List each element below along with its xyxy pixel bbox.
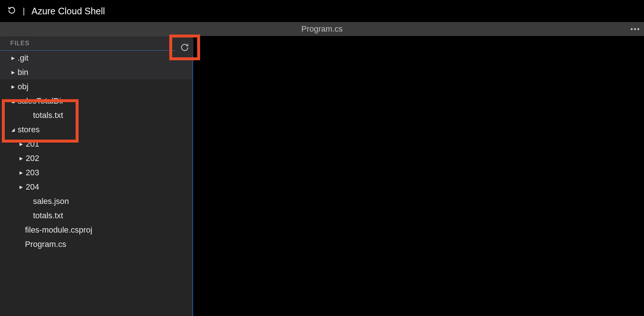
tab-bar: Program.cs ••• [0,22,644,36]
tree-item-label: 204 [26,182,39,192]
chevron-right-icon: ▶ [10,84,15,89]
tree-item[interactable]: ▶totals.txt [0,208,193,223]
file-tree[interactable]: ▶.git▶bin▶obj◢salesTotalDir▶totals.txt◢s… [0,51,193,316]
files-header: FILES [0,36,193,51]
tree-item-label: bin [18,68,28,77]
tree-item[interactable]: ▶totals.txt [0,108,193,122]
tab-active-file[interactable]: Program.cs [301,24,343,34]
chevron-right-icon: ▶ [18,156,23,161]
app-title: Azure Cloud Shell [32,6,105,17]
file-explorer-sidebar: FILES ▶.git▶bin▶obj◢salesTotalDir▶totals… [0,36,193,316]
app-header: | Azure Cloud Shell [0,0,644,22]
sidebar-divider [192,51,193,316]
chevron-right-icon: ▶ [18,141,23,147]
tree-item[interactable]: ▶bin [0,65,193,79]
tree-item-label: 202 [26,154,39,163]
chevron-down-icon: ◢ [10,127,15,132]
tree-item-label: totals.txt [33,111,63,120]
refresh-files-button[interactable] [176,40,193,55]
tree-item-label: stores [18,125,40,134]
chevron-right-icon: ▶ [18,184,23,190]
tree-item-label: .git [18,53,28,63]
tree-item-label: 201 [26,139,39,149]
tree-item-label: files-module.csproj [25,225,92,235]
tree-item-label: salesTotalDir [18,96,64,106]
files-header-label: FILES [10,40,29,47]
tree-item-label: Program.cs [25,240,66,249]
tree-item-label: obj [18,82,28,91]
tree-item-label: sales.json [33,197,69,206]
editor-area[interactable] [193,36,644,316]
tree-item[interactable]: ▶obj [0,79,193,94]
chevron-right-icon: ▶ [10,55,15,61]
main-area: FILES ▶.git▶bin▶obj◢salesTotalDir▶totals… [0,36,644,316]
chevron-right-icon: ▶ [10,70,15,75]
chevron-right-icon: ▶ [18,170,23,175]
tree-item[interactable]: ◢stores [0,122,193,137]
highlight-refresh-button [169,35,200,60]
chevron-down-icon: ◢ [10,98,15,104]
tree-item[interactable]: ▶201 [0,137,193,151]
more-icon[interactable]: ••• [630,25,640,33]
tree-item[interactable]: ▶203 [0,165,193,180]
tree-item[interactable]: ▶sales.json [0,194,193,208]
tree-item[interactable]: ▶Program.cs [0,237,193,251]
tree-item[interactable]: ◢salesTotalDir [0,94,193,108]
tree-item[interactable]: ▶202 [0,151,193,165]
refresh-icon[interactable] [7,6,16,16]
tree-item[interactable]: ▶files-module.csproj [0,223,193,237]
tree-item[interactable]: ▶.git [0,51,193,65]
header-divider: | [23,6,25,16]
refresh-icon [180,43,189,52]
tree-item-label: 203 [26,168,39,177]
tree-item[interactable]: ▶204 [0,180,193,194]
tree-item-label: totals.txt [33,211,63,220]
